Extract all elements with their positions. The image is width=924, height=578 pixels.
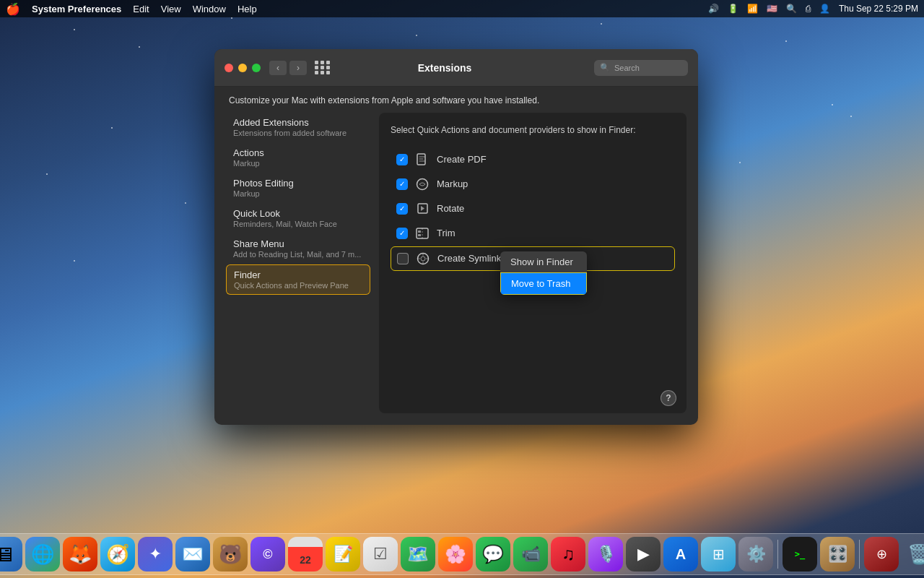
dock-item-sysprefs[interactable]: ⚙️ <box>738 537 773 571</box>
sidebar-item-actions[interactable]: Actions Markup <box>226 143 370 172</box>
subtitle-bar: Customize your Mac with extensions from … <box>214 87 698 113</box>
desktop: 🍎 System Preferences Edit View Window He… <box>0 0 924 578</box>
menubar-right: 🔊 🔋 📶 🇺🇸 🔍 ⎙ 👤 Thu Sep 22 5:29 PM <box>708 4 918 14</box>
menubar-app-name[interactable]: System Preferences <box>32 4 121 14</box>
dock-item-siri[interactable]: ✦ <box>138 537 173 571</box>
menubar-edit[interactable]: Edit <box>133 4 149 14</box>
dock-separator <box>777 540 778 569</box>
ext-item-markup[interactable]: Markup <box>391 173 675 196</box>
sidebar-item-finder-title: Finder <box>234 269 362 280</box>
sidebar-item-finder[interactable]: Finder Quick Actions and Preview Pane <box>226 264 370 295</box>
checkbox-createsymlink[interactable] <box>397 253 409 264</box>
content-area: Added Extensions Extensions from added s… <box>214 113 698 425</box>
checkbox-markup[interactable] <box>396 178 408 190</box>
user-icon[interactable]: 👤 <box>819 4 830 14</box>
dock-separator-2 <box>859 540 860 569</box>
sidebar-item-actions-title: Actions <box>233 147 363 158</box>
dock-item-bear[interactable]: 🐻 <box>213 537 248 571</box>
ext-item-createpdf[interactable]: Create PDF <box>391 148 675 171</box>
menubar: 🍎 System Preferences Edit View Window He… <box>0 0 924 17</box>
sidebar-item-quicklook-title: Quick Look <box>233 208 363 219</box>
svg-point-7 <box>421 256 425 261</box>
sidebar-item-quicklook[interactable]: Quick Look Reminders, Mail, Watch Face <box>226 204 370 233</box>
context-menu-move-to-trash[interactable]: Move to Trash <box>500 272 587 295</box>
sidebar-item-photos[interactable]: Photos Editing Markup <box>226 173 370 202</box>
apple-logo-icon[interactable]: 🍎 <box>6 2 20 16</box>
ext-item-rotate[interactable]: Rotate <box>391 197 675 220</box>
dock-item-au[interactable]: 🎛️ <box>820 537 855 571</box>
dock-item-reminders[interactable]: ☑ <box>363 537 398 571</box>
dock-item-launchpad[interactable]: ⊞ <box>701 537 736 571</box>
checkbox-rotate[interactable] <box>396 203 408 215</box>
createsymlink-label: Create Symlink <box>437 253 501 264</box>
sidebar-item-added-sub: Extensions from added software <box>233 129 363 137</box>
sidebar-item-photos-title: Photos Editing <box>233 178 363 189</box>
dock-item-finder[interactable]: 🖥 <box>0 537 22 571</box>
dock-item-music[interactable]: ♫ <box>551 537 585 571</box>
battery-icon: 🔋 <box>728 4 738 14</box>
dock-item-colorsync[interactable]: ⊕ <box>864 537 899 571</box>
search-box[interactable]: 🔍 Search <box>594 60 688 76</box>
dock-item-safari[interactable]: 🧭 <box>100 537 135 571</box>
panel-description: Select Quick Actions and document provid… <box>391 124 675 137</box>
context-menu-show-in-finder[interactable]: Show in Finder <box>500 251 587 272</box>
search-icon[interactable]: 🔍 <box>786 4 797 14</box>
volume-icon[interactable]: 🔊 <box>708 4 719 14</box>
minimize-button[interactable] <box>238 64 247 72</box>
menubar-window[interactable]: Window <box>193 4 226 14</box>
close-button[interactable] <box>225 64 233 72</box>
sidebar-item-quicklook-sub: Reminders, Mail, Watch Face <box>233 220 363 228</box>
dock-item-chrome[interactable]: 🌐 <box>25 537 60 571</box>
sidebar-item-added[interactable]: Added Extensions Extensions from added s… <box>226 113 370 142</box>
rotate-icon <box>415 202 430 216</box>
wifi-icon[interactable]: 📶 <box>747 4 758 14</box>
dock-item-photos[interactable]: 🌸 <box>438 537 473 571</box>
menubar-help[interactable]: Help <box>237 4 257 14</box>
dock-item-appletv[interactable]: ▶ <box>626 537 661 571</box>
dock-item-appstore[interactable]: A <box>663 537 698 571</box>
window-title: Extensions <box>295 62 594 74</box>
svg-rect-5 <box>418 234 421 236</box>
back-button[interactable]: ‹ <box>269 61 287 75</box>
checkbox-createpdf[interactable] <box>396 154 408 165</box>
menubar-view[interactable]: View <box>161 4 181 14</box>
sidebar-item-added-title: Added Extensions <box>233 117 363 128</box>
flag-icon: 🇺🇸 <box>767 4 777 14</box>
sidebar-item-sharemenu[interactable]: Share Menu Add to Reading List, Mail, an… <box>226 234 370 263</box>
ext-item-trim[interactable]: Trim <box>391 222 675 245</box>
sidebar: Added Extensions Extensions from added s… <box>226 113 370 413</box>
menubar-left: 🍎 System Preferences Edit View Window He… <box>6 2 257 16</box>
dock-item-trash[interactable]: 🗑️ <box>902 537 924 571</box>
sidebar-item-actions-sub: Markup <box>233 159 363 168</box>
checkbox-trim[interactable] <box>396 228 408 239</box>
sidebar-item-photos-sub: Markup <box>233 189 363 198</box>
dock-item-mail[interactable]: ✉️ <box>175 537 210 571</box>
sidebar-item-sharemenu-sub: Add to Reading List, Mail, and 7 m... <box>233 250 363 259</box>
sidebar-item-finder-sub: Quick Actions and Preview Pane <box>234 281 362 290</box>
help-button[interactable]: ? <box>661 390 676 406</box>
sidebar-item-sharemenu-title: Share Menu <box>233 238 363 249</box>
main-panel: Select Quick Actions and document provid… <box>379 113 687 413</box>
dock-item-messages[interactable]: 💬 <box>476 537 510 571</box>
trim-label: Trim <box>437 228 456 238</box>
createpdf-icon <box>415 152 430 167</box>
dock-item-facetime[interactable]: 📹 <box>513 537 548 571</box>
trim-icon <box>415 226 430 241</box>
cast-icon[interactable]: ⎙ <box>806 4 811 14</box>
search-icon-small: 🔍 <box>600 63 610 72</box>
createpdf-label: Create PDF <box>437 154 487 165</box>
dock-item-podcasts[interactable]: 🎙️ <box>588 537 623 571</box>
dock-item-firefox[interactable]: 🦊 <box>63 537 97 571</box>
traffic-lights <box>225 64 261 72</box>
dock-item-calendar[interactable]: 22 <box>288 537 323 571</box>
dock-item-terminal[interactable]: >_ <box>783 537 817 571</box>
dock-item-maps[interactable]: 🗺️ <box>401 537 435 571</box>
datetime: Thu Sep 22 5:29 PM <box>839 4 918 14</box>
system-preferences-window: ‹ › Extensions 🔍 Search Customize your M… <box>214 49 698 425</box>
createsymlink-icon <box>416 251 430 266</box>
svg-rect-4 <box>418 230 421 233</box>
dock-item-notes[interactable]: 📝 <box>326 537 360 571</box>
maximize-button[interactable] <box>252 64 261 72</box>
svg-rect-3 <box>417 228 428 238</box>
dock-item-cardhop[interactable]: © <box>250 537 285 571</box>
